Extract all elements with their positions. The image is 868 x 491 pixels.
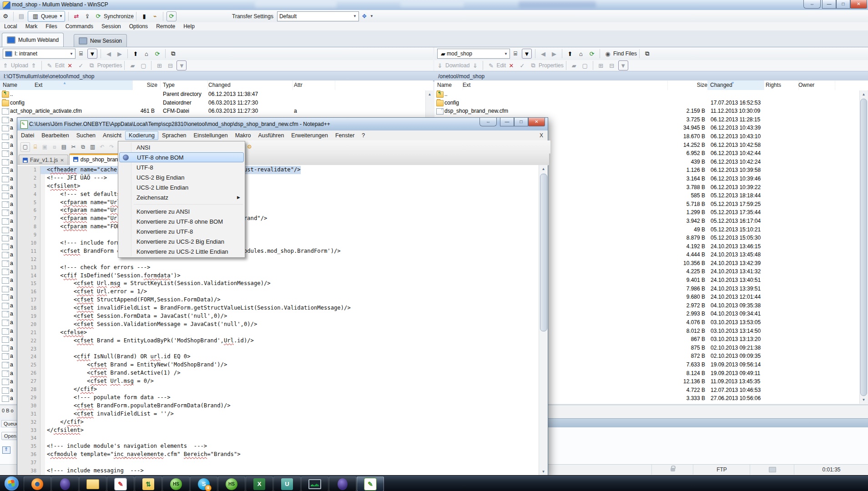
taskbar-button-winscp[interactable] [135,476,162,491]
chevron-down-icon[interactable]: ▼ [370,14,373,18]
menu-commands[interactable]: Commands [61,23,97,30]
console-icon[interactable] [140,12,149,21]
encoding-item[interactable]: ANSI [119,142,244,152]
new-file-icon[interactable] [20,142,30,152]
save-all-icon[interactable] [50,143,59,151]
code-line[interactable]: 10 <!--- include form component ---> [17,239,539,247]
code-line[interactable]: 20 <cfset Session.ValidationMessage = Ja… [17,321,539,329]
transfer-icon[interactable] [72,12,81,21]
minimize-button[interactable]: — [500,118,514,126]
code-line[interactable]: 26 <cfset Brand.setActive(1) /> [17,369,539,377]
tab-fav-js[interactable]: Fav_v1.1.js ✕ [19,155,68,165]
open-directory-icon[interactable] [76,49,86,58]
sync-icon[interactable] [94,12,103,21]
select-all-icon[interactable] [596,61,606,70]
new-folder-icon[interactable] [570,61,579,70]
properties-label[interactable]: Properties [539,62,564,69]
tree-icon[interactable] [643,49,652,58]
menu-sprachen[interactable]: Sprachen [158,131,190,140]
select-all-icon[interactable] [155,61,164,70]
encoding-item[interactable]: Konvertiere zu UTF-8 [119,226,244,236]
find-files-label[interactable]: Find Files [613,50,637,57]
code-line[interactable]: 29 <!--- populate form data ---> [17,394,539,402]
code-line[interactable]: 27 <cfset Url.msg = 0/> [17,377,539,386]
preferences-icon[interactable] [1,12,10,21]
code-line[interactable]: 1<cfheader name="cache-control" value="n… [17,166,539,174]
menu-bearbeiten[interactable]: Bearbeiten [38,131,72,140]
scroll-up-icon[interactable]: ▲ [426,90,434,98]
scrollbar-thumb[interactable] [860,99,867,396]
column-header-rights[interactable]: Rights [763,80,799,90]
code-line[interactable]: 32 </cfif> [17,418,539,426]
parent-directory-icon[interactable] [565,49,575,58]
forward-icon[interactable] [115,49,124,58]
taskbar-button-image-editor[interactable] [107,476,134,491]
encoding-item[interactable]: Konvertiere zu UCS-2 Big Endian [119,236,244,246]
close-button[interactable]: ✕ [850,0,867,9]
forward-icon[interactable] [550,49,559,58]
scroll-down-icon[interactable]: ▼ [860,396,868,404]
menu-local[interactable]: Local [0,23,21,30]
menu-help[interactable]: Help [179,23,199,30]
column-header-ext[interactable]: Ext [460,80,668,90]
encoding-item[interactable]: UCS-2 Big Endian [119,172,244,182]
code-line[interactable]: 33</cfsilent> [17,426,539,435]
encoding-item[interactable]: Konvertiere zu UTF-8 ohne BOM [119,216,244,226]
menu-kodierung[interactable]: Kodierung [125,131,158,140]
code-line[interactable]: 2<!--- JFI ÜÄÖ ---> [17,174,539,182]
menu-ausfhren[interactable]: Ausführen [254,131,288,140]
code-line[interactable]: 17 <cfset StructAppend(FORM,Session.Form… [17,296,539,304]
transfer-options-icon[interactable] [360,12,369,21]
edit-label[interactable]: Edit [496,62,506,69]
filter-icon[interactable] [87,49,97,59]
menu-makro[interactable]: Makro [232,131,255,140]
edit-label[interactable]: Edit [55,62,65,69]
session-tab-mullum-webland[interactable]: Mullum Webland [2,33,64,47]
code-line[interactable]: 9 [17,231,539,239]
code-line[interactable]: 6 <cfparam name="Url.msg" type="string" … [17,206,539,215]
cut-icon[interactable] [69,143,78,151]
code-line[interactable]: 25 <cfset Brand = EntityNew('ModShopBran… [17,361,539,369]
print-icon[interactable] [60,143,68,151]
code-line[interactable]: 5 <cfparam name="Url.id" type="numeric" … [17,199,539,207]
home-directory-icon[interactable] [142,49,151,58]
file-row[interactable]: act_shop_article_activate.cfm461 BCFM-Da… [0,107,425,116]
menu-mark[interactable]: Mark [21,23,42,30]
edit-icon[interactable] [45,61,54,70]
refresh-icon[interactable] [167,11,177,21]
upload-icon[interactable] [1,61,10,70]
code-line[interactable]: 4 <!--- set defaults ---> [17,190,539,199]
chevron-down-icon[interactable]: ▼ [59,14,63,18]
taskbar-button-excel[interactable]: X [246,476,273,491]
column-header-size[interactable]: Size [130,80,161,90]
filter-icon[interactable] [522,49,532,59]
queue-list-icon[interactable] [17,12,26,21]
edit-icon[interactable] [486,61,495,70]
code-line[interactable]: 37 [17,459,539,467]
right-path-bar[interactable]: /onetool/mod_shop [434,71,868,81]
unselect-icon[interactable] [607,61,616,70]
download-icon[interactable] [435,61,444,70]
chevron-down-icon[interactable]: ▼ [67,52,73,56]
scrollbar-thumb[interactable] [540,174,547,331]
column-header-attr[interactable]: Attr [291,80,335,90]
code-line[interactable]: 22 <cfset Brand = EntityLoadByPk('ModSho… [17,337,539,345]
taskbar-button-explorer[interactable] [79,476,106,491]
column-header-size[interactable]: Size [665,80,711,90]
open-directory-icon[interactable] [511,49,520,58]
code-line[interactable]: 23 [17,345,539,353]
column-header-type[interactable]: Type [160,80,208,90]
right-list-scrollbar[interactable]: ▲ ▼ [859,90,868,404]
file-row[interactable]: configDateiordner06.03.2013 11:27:30 [0,99,425,108]
scroll-up-icon[interactable]: ▲ [860,90,868,98]
scroll-down-icon[interactable]: ▼ [539,468,548,476]
taskbar-button-skype[interactable]: S4 [190,476,217,491]
taskbar-button-hs-app-2[interactable]: HS [218,476,245,491]
code-editor[interactable]: 1<cfheader name="cache-control" value="n… [17,165,539,476]
undo-icon[interactable] [98,143,106,151]
code-line[interactable]: 11 <cfset BrandForm = CreateObject('comp… [17,247,539,256]
rename-icon[interactable] [76,61,86,70]
code-line[interactable]: 14 <cfif IsDefined('Session.formdata')> [17,272,539,280]
duplicate-icon[interactable] [529,61,538,70]
shell-icon[interactable] [151,12,160,21]
